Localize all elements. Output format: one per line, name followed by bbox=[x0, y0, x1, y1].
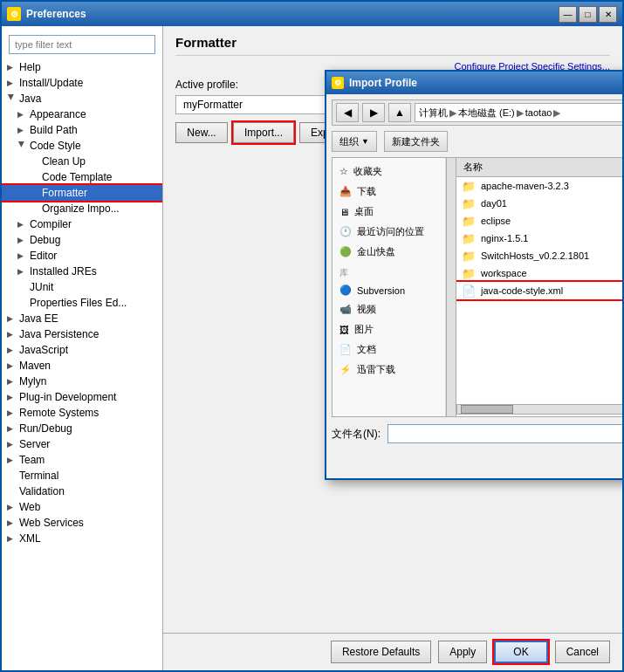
sidebar-item-remote-systems[interactable]: ▶ Remote Systems bbox=[2, 405, 162, 421]
sidebar-item-junit[interactable]: JUnit bbox=[2, 279, 162, 295]
file-item-switchhosts[interactable]: 📁 SwitchHosts_v0.2.2.1801 2014/11/6 星... bbox=[456, 247, 622, 264]
label-formatter: Formatter bbox=[42, 187, 87, 199]
sidebar-item-install-update[interactable]: ▶ Install/Update bbox=[2, 75, 162, 91]
label-web-services: Web Services bbox=[19, 517, 84, 529]
place-recent-label: 最近访问的位置 bbox=[357, 225, 424, 238]
arrow-debug: ▶ bbox=[17, 236, 26, 244]
sidebar-item-web-services[interactable]: ▶ Web Services bbox=[2, 515, 162, 531]
sidebar-item-debug[interactable]: ▶ Debug bbox=[2, 232, 162, 248]
label-validation: Validation bbox=[19, 485, 65, 497]
file-item-workspace[interactable]: 📁 workspace bbox=[456, 264, 622, 282]
file-item-apache-maven[interactable]: 📁 apache-maven-3.2.3 2014/11/6 星... bbox=[456, 177, 622, 195]
back-button[interactable]: ◀ bbox=[336, 103, 359, 122]
address-disk: 本地磁盘 (E:) bbox=[458, 106, 515, 120]
place-xunlei-label: 迅雷下载 bbox=[357, 363, 395, 376]
ok-button[interactable]: OK bbox=[494, 641, 547, 663]
organize-button[interactable]: 组织 ▼ bbox=[332, 131, 377, 152]
subversion-icon: 🔵 bbox=[339, 285, 352, 296]
h-scrollbar[interactable] bbox=[456, 404, 622, 415]
sidebar-item-editor[interactable]: ▶ Editor bbox=[2, 248, 162, 264]
new-button[interactable]: New... bbox=[175, 122, 228, 143]
forward-button[interactable]: ▶ bbox=[362, 103, 385, 122]
address-bar[interactable]: 计算机 ▶ 本地磁盘 (E:) ▶ taotao ▶ bbox=[415, 103, 622, 122]
sidebar-item-javascript[interactable]: ▶ JavaScript bbox=[2, 342, 162, 358]
window-controls: — □ ✕ bbox=[559, 6, 617, 23]
label-run-debug: Run/Debug bbox=[19, 422, 72, 435]
dialog-btn-row: 打开(O) 取消 bbox=[332, 450, 622, 473]
arrow-jres: ▶ bbox=[17, 267, 26, 276]
sidebar-item-code-template[interactable]: Code Template bbox=[2, 169, 162, 185]
place-xunlei[interactable]: ⚡ 迅雷下载 bbox=[333, 360, 445, 380]
label-junit: JUnit bbox=[30, 281, 53, 293]
desktop-icon: 🖥 bbox=[339, 207, 349, 217]
lib-section: 库 bbox=[333, 262, 445, 281]
place-desktop[interactable]: 🖥 桌面 bbox=[333, 202, 445, 222]
organize-label: 组织 bbox=[339, 135, 359, 148]
sidebar-item-properties[interactable]: Properties Files Ed... bbox=[2, 295, 162, 311]
sidebar-item-formatter[interactable]: Formatter bbox=[2, 185, 162, 201]
label-java-persistence: Java Persistence bbox=[19, 328, 99, 340]
file-xml-name: java-code-style.xml bbox=[481, 285, 622, 296]
import-profile-dialog: ⚙ Import Profile ◀ ▶ ▲ 计算机 ▶ 本地磁盘 (E:) ▶ bbox=[325, 70, 622, 480]
h-scrollbar-thumb[interactable] bbox=[461, 405, 513, 414]
place-subversion[interactable]: 🔵 Subversion bbox=[333, 281, 445, 299]
apply-button[interactable]: Apply bbox=[438, 641, 487, 663]
sidebar-item-maven[interactable]: ▶ Maven bbox=[2, 358, 162, 374]
sidebar-item-web[interactable]: ▶ Web bbox=[2, 499, 162, 515]
label-code-template: Code Template bbox=[42, 171, 113, 183]
file-list-panel: 名称 修改日期 📁 apache-maven-3.2.3 2014/11/6 星… bbox=[456, 158, 622, 416]
sidebar-item-plugin-dev[interactable]: ▶ Plug-in Development bbox=[2, 389, 162, 405]
sidebar-item-team[interactable]: ▶ Team bbox=[2, 452, 162, 468]
file-item-java-code-style[interactable]: 📄 java-code-style.xml 2014/11/6 星... bbox=[456, 282, 622, 299]
restore-defaults-button[interactable]: Restore Defaults bbox=[331, 641, 431, 663]
filename-input[interactable] bbox=[387, 424, 622, 443]
organize-arrow-icon: ▼ bbox=[361, 137, 369, 146]
minimize-button[interactable]: — bbox=[559, 6, 577, 23]
sidebar-item-build-path[interactable]: ▶ Build Path bbox=[2, 122, 162, 138]
label-debug: Debug bbox=[30, 234, 60, 246]
close-button[interactable]: ✕ bbox=[599, 6, 617, 23]
sidebar-item-xml[interactable]: ▶ XML bbox=[2, 531, 162, 546]
sidebar-item-java-persistence[interactable]: ▶ Java Persistence bbox=[2, 326, 162, 342]
file-item-eclipse[interactable]: 📁 eclipse 2014/11/6 星... bbox=[456, 212, 622, 230]
file-item-nginx[interactable]: 📁 nginx-1.5.1 2014/11/6 星... bbox=[456, 230, 622, 247]
sidebar-item-terminal[interactable]: Terminal bbox=[2, 468, 162, 483]
file-list-header: 名称 修改日期 bbox=[456, 158, 622, 177]
sidebar-item-code-style[interactable]: ▶ Code Style bbox=[2, 138, 162, 154]
sidebar-item-validation[interactable]: Validation bbox=[2, 483, 162, 499]
sidebar-item-clean-up[interactable]: Clean Up bbox=[2, 154, 162, 169]
place-recent[interactable]: 🕐 最近访问的位置 bbox=[333, 222, 445, 242]
place-images[interactable]: 🖼 图片 bbox=[333, 319, 445, 339]
place-favorites[interactable]: ☆ 收藏夹 bbox=[333, 161, 445, 182]
place-docs[interactable]: 📄 文档 bbox=[333, 339, 445, 360]
place-jinshan[interactable]: 🟢 金山快盘 bbox=[333, 242, 445, 262]
sidebar-item-organize-imports[interactable]: Organize Impo... bbox=[2, 201, 162, 216]
arrow-install: ▶ bbox=[7, 79, 16, 87]
import-button[interactable]: Import... bbox=[233, 122, 294, 143]
sep3: ▶ bbox=[553, 107, 560, 119]
filter-input[interactable] bbox=[9, 35, 155, 54]
new-folder-button[interactable]: 新建文件夹 bbox=[384, 131, 448, 152]
up-button[interactable]: ▲ bbox=[388, 103, 411, 122]
cancel-button[interactable]: Cancel bbox=[555, 641, 610, 663]
label-plugin: Plug-in Development bbox=[19, 391, 116, 403]
file-item-day01[interactable]: 📁 day01 2014/11/6 星... bbox=[456, 195, 622, 212]
sidebar: ▶ Help ▶ Install/Update ▶ Java ▶ Appeara… bbox=[2, 26, 163, 670]
sidebar-item-java-ee[interactable]: ▶ Java EE bbox=[2, 311, 162, 326]
maximize-button[interactable]: □ bbox=[579, 6, 597, 23]
sidebar-item-appearance[interactable]: ▶ Appearance bbox=[2, 106, 162, 122]
folder-nginx-icon: 📁 bbox=[460, 231, 477, 245]
sidebar-item-installed-jres[interactable]: ▶ Installed JREs bbox=[2, 264, 162, 279]
sidebar-item-server[interactable]: ▶ Server bbox=[2, 436, 162, 452]
label-terminal: Terminal bbox=[19, 470, 58, 482]
file-switchhosts-name: SwitchHosts_v0.2.2.1801 bbox=[481, 250, 622, 261]
sidebar-item-compiler[interactable]: ▶ Compiler bbox=[2, 216, 162, 232]
sidebar-item-mylyn[interactable]: ▶ Mylyn bbox=[2, 374, 162, 389]
file-workspace-name: workspace bbox=[481, 268, 622, 278]
sidebar-item-help[interactable]: ▶ Help bbox=[2, 59, 162, 75]
label-compiler: Compiler bbox=[30, 218, 72, 230]
place-downloads[interactable]: 📥 下载 bbox=[333, 182, 445, 202]
sidebar-item-run-debug[interactable]: ▶ Run/Debug bbox=[2, 421, 162, 436]
sidebar-item-java[interactable]: ▶ Java bbox=[2, 91, 162, 106]
place-videos[interactable]: 📹 视频 bbox=[333, 299, 445, 319]
